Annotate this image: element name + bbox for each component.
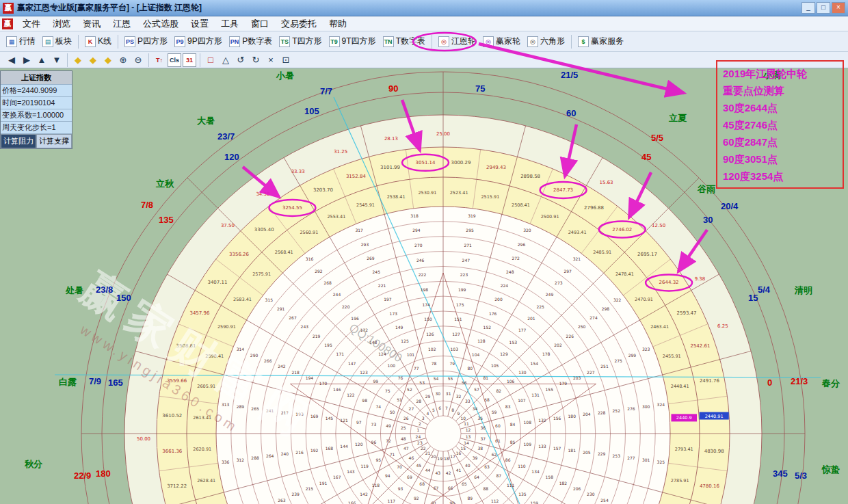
svg-text:3712.22: 3712.22 [167, 483, 187, 489]
t-up-icon[interactable]: T↑ [153, 53, 166, 67]
info-row-4: 周天变化步长=1 [1, 121, 72, 133]
svg-text:290: 290 [250, 353, 259, 358]
t-square-label: T四方形 [292, 36, 321, 47]
toolbar-separator [200, 53, 200, 67]
svg-text:295: 295 [466, 228, 474, 233]
toolbar-separator [118, 35, 118, 49]
menu-item-2[interactable]: 浏览 [47, 18, 77, 30]
svg-text:221: 221 [378, 283, 386, 288]
svg-text:270: 270 [414, 243, 423, 248]
cls-button[interactable]: Cls [168, 53, 181, 67]
nav-forward-icon[interactable]: ▶ [20, 53, 34, 67]
svg-text:336: 336 [222, 460, 230, 464]
svg-text:34.38: 34.38 [256, 191, 269, 197]
quotes-icon: ▦ [6, 36, 17, 47]
toolbar-button-t-square[interactable]: TST四方形 [276, 34, 325, 50]
close-x-icon[interactable]: × [264, 53, 278, 67]
svg-text:159: 159 [531, 501, 539, 504]
nav-back-icon[interactable]: ◀ [5, 53, 18, 67]
menu-item-10[interactable]: 帮助 [323, 18, 353, 30]
svg-text:153: 153 [509, 340, 518, 345]
svg-text:69: 69 [407, 475, 412, 479]
svg-text:3661.36: 3661.36 [162, 449, 182, 454]
svg-text:324: 324 [657, 402, 665, 407]
winner-wheel-label: 赢家轮 [496, 36, 520, 47]
svg-text:176: 176 [489, 311, 497, 316]
rotate-right-icon[interactable]: ↻ [249, 53, 263, 67]
svg-text:316: 316 [306, 256, 314, 261]
toolbar-button-sectors[interactable]: ▤板块 [39, 34, 75, 50]
t-number-table-icon: TN [383, 36, 394, 47]
svg-text:242: 242 [278, 364, 286, 369]
svg-text:273: 273 [555, 280, 563, 285]
svg-text:2560.91: 2560.91 [300, 230, 318, 235]
toolbar-button-winner-service[interactable]: $赢家服务 [574, 34, 627, 50]
menu-item-9[interactable]: 交易委托 [275, 18, 323, 30]
svg-text:124: 124 [378, 352, 386, 356]
svg-text:4830.98: 4830.98 [704, 449, 724, 454]
svg-text:267: 267 [289, 315, 297, 320]
svg-text:249: 249 [546, 292, 554, 297]
svg-text:33: 33 [465, 399, 471, 403]
menu-item-1[interactable]: 文件 [16, 18, 47, 30]
menu-item-7[interactable]: 工具 [215, 18, 245, 30]
svg-text:143: 143 [347, 469, 355, 474]
toolbar-button-p-square[interactable]: PSP四方形 [121, 34, 171, 50]
diamond-icon-3[interactable]: ◆ [101, 53, 115, 67]
svg-text:4: 4 [427, 411, 429, 416]
toolbar-separator [432, 35, 432, 49]
triangle-tool-icon[interactable]: △ [219, 53, 233, 67]
svg-text:110: 110 [518, 464, 526, 468]
toolbar-button-winner-wheel[interactable]: ◎赢家轮 [479, 34, 524, 50]
zoom-out-icon[interactable]: ⊖ [131, 53, 145, 67]
hexagon-label: 六角形 [540, 36, 565, 47]
zoom-in-icon[interactable]: ⊕ [116, 53, 130, 67]
toolbar-button-9p-square[interactable]: P99P四方形 [171, 34, 226, 50]
svg-text:2440.9: 2440.9 [676, 415, 692, 421]
svg-text:96: 96 [371, 440, 377, 445]
select-tool-icon[interactable]: ⊡ [279, 53, 293, 67]
calc-support-button[interactable]: 计算支撑 [36, 134, 72, 148]
svg-text:275: 275 [614, 358, 622, 363]
svg-text:128: 128 [477, 339, 486, 343]
menu-item-6[interactable]: 设置 [185, 18, 215, 30]
menu-item-5[interactable]: 公式选股 [137, 18, 185, 30]
diamond-icon-2[interactable]: ◆ [86, 53, 100, 67]
menu-item-3[interactable]: 资讯 [77, 18, 107, 30]
sectors-icon: ▤ [42, 36, 53, 47]
diamond-icon-1[interactable]: ◆ [71, 53, 85, 67]
svg-text:3407.11: 3407.11 [207, 280, 227, 285]
toolbar-button-kline[interactable]: KK线 [81, 34, 115, 50]
svg-text:42: 42 [446, 470, 451, 475]
toolbar-button-9t-square[interactable]: T99T四方形 [326, 34, 380, 50]
svg-text:6: 6 [438, 406, 441, 410]
svg-text:2455.91: 2455.91 [663, 354, 681, 359]
svg-text:31: 31 [446, 391, 451, 396]
menu-item-8[interactable]: 窗口 [245, 18, 275, 30]
rotate-left-icon[interactable]: ↺ [234, 53, 248, 67]
toolbar-button-quotes[interactable]: ▦行情 [3, 34, 39, 50]
svg-text:2613.41: 2613.41 [193, 415, 211, 421]
svg-text:2605.91: 2605.91 [197, 384, 215, 389]
chart-area[interactable]: 1234567891011121314151617181920212223242… [0, 68, 848, 504]
p-number-table-label: P数字表 [242, 36, 272, 47]
minimize-button[interactable]: _ [801, 2, 815, 14]
svg-text:289: 289 [237, 404, 245, 409]
toolbar-button-t-number-table[interactable]: TNT数字表 [380, 34, 429, 50]
svg-text:12.50: 12.50 [652, 223, 665, 228]
calc-resistance-button[interactable]: 计算阻力 [1, 134, 36, 148]
close-button[interactable]: × [832, 2, 845, 14]
calendar-icon[interactable]: 31 [183, 53, 196, 67]
filter-icon[interactable]: ▼ [50, 53, 64, 67]
svg-text:2590.91: 2590.91 [217, 324, 236, 330]
toolbar-button-hexagon[interactable]: ◎六角形 [524, 34, 568, 50]
svg-text:2644.32: 2644.32 [659, 280, 679, 285]
svg-text:57: 57 [474, 387, 479, 392]
rect-tool-icon[interactable]: □ [204, 53, 217, 67]
toolbar-button-gann-wheel[interactable]: ◎江恩轮 [435, 34, 479, 50]
maximize-button[interactable]: □ [817, 2, 830, 14]
gann-wheel-chart[interactable]: 1234567891011121314151617181920212223242… [0, 68, 848, 504]
toolbar-button-p-number-table[interactable]: PNP数字表 [226, 34, 276, 50]
menu-item-4[interactable]: 江恩 [107, 18, 137, 30]
pointer-icon[interactable]: ▲ [35, 53, 49, 67]
